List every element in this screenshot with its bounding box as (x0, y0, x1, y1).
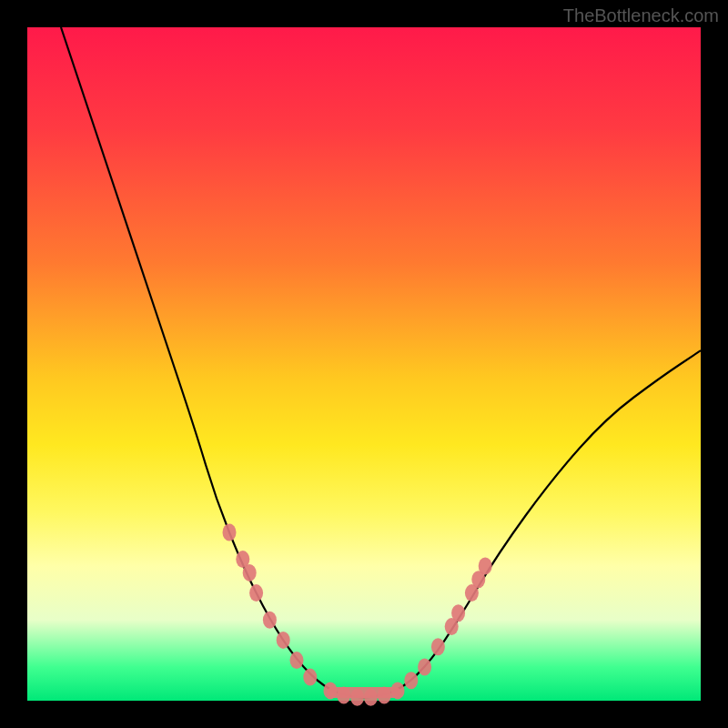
data-marker (277, 632, 290, 649)
data-marker (223, 524, 237, 541)
data-marker (431, 638, 445, 655)
data-marker (418, 659, 431, 676)
bottleneck-curve (61, 27, 701, 697)
data-marker (404, 672, 418, 689)
data-marker (479, 558, 492, 575)
data-marker (290, 652, 304, 669)
watermark-text: TheBottleneck.com (563, 5, 719, 26)
data-marker (263, 612, 277, 629)
marker-layer (223, 524, 492, 706)
chart-plot-area (27, 27, 701, 701)
data-marker (451, 604, 465, 622)
chart-svg (27, 27, 701, 701)
data-marker (243, 564, 257, 581)
data-marker (303, 669, 317, 686)
data-marker (249, 584, 263, 602)
bottom-marker-band (327, 687, 400, 698)
curve-layer (61, 27, 701, 697)
